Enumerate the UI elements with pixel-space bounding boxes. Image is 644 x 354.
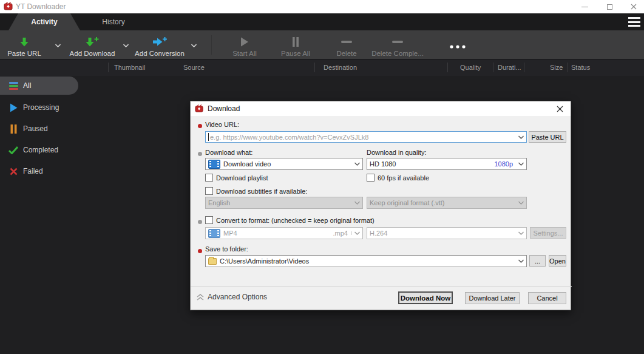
pause-all-button[interactable]: Pause All <box>271 33 320 57</box>
double-chevron-up-icon <box>197 294 204 301</box>
subtitle-language-select[interactable]: English <box>205 197 363 209</box>
add-conversion-button[interactable]: Add Conversion <box>135 33 185 57</box>
sidebar-item-processing[interactable]: Processing <box>0 98 59 117</box>
required-bullet <box>198 249 202 253</box>
sidebar-item-label: Processing <box>23 103 59 112</box>
paste-url-label: Paste URL <box>7 50 41 57</box>
sidebar-item-all[interactable]: All <box>0 77 78 95</box>
checkbox-icon <box>205 174 213 182</box>
optional-bullet <box>198 152 202 156</box>
settings-button[interactable]: Settings... <box>530 227 566 239</box>
app-title: YT Downloader <box>16 2 66 11</box>
download-quality-label: Download in quality: <box>367 149 426 156</box>
more-options-button[interactable] <box>443 33 472 57</box>
column-source[interactable]: Source <box>183 64 205 71</box>
convert-format-checkbox[interactable]: Convert to format: (unchecked = keep ori… <box>205 216 375 224</box>
chevron-down-icon <box>515 231 526 235</box>
subtitles-label: Download subtitles if available: <box>216 188 307 195</box>
delete-completed-button[interactable]: Delete Comple... <box>368 33 427 57</box>
tab-history-label: History <box>102 18 124 26</box>
checkbox-icon <box>367 174 375 182</box>
tab-activity[interactable]: Activity <box>8 13 80 30</box>
subtitle-format-value: Keep original format (.vtt) <box>370 199 515 206</box>
start-all-button[interactable]: Start All <box>220 33 269 57</box>
sidebar-item-paused[interactable]: Paused <box>0 120 48 138</box>
download-quality-select[interactable]: HD 1080 1080p <box>367 158 527 170</box>
paste-url-button[interactable]: Paste URL <box>2 33 46 57</box>
folder-icon <box>208 258 217 265</box>
column-destination[interactable]: Destination <box>324 64 357 71</box>
add-download-button[interactable]: Add Download <box>67 33 118 57</box>
delete-button[interactable]: Delete <box>322 33 371 57</box>
download-now-button[interactable]: Download Now <box>398 291 453 304</box>
checkbox-icon <box>205 216 213 224</box>
dialog-close-icon[interactable] <box>551 101 568 116</box>
tab-history[interactable]: History <box>80 13 147 30</box>
column-separator <box>447 63 448 72</box>
download-dialog: Download Video URL: e.g. https://www.you… <box>190 101 571 310</box>
maximize-icon[interactable] <box>599 0 620 13</box>
chevron-down-icon[interactable] <box>351 162 362 166</box>
chevron-down-icon <box>351 201 362 205</box>
advanced-options-toggle[interactable]: Advanced Options <box>197 293 267 301</box>
chevron-down-icon[interactable] <box>515 162 526 166</box>
filter-all-icon <box>8 82 19 90</box>
chevron-down-icon <box>515 201 526 205</box>
minus-icon <box>341 35 352 49</box>
column-separator <box>568 63 568 72</box>
open-folder-button[interactable]: Open <box>549 255 566 267</box>
convert-format-select[interactable]: MP4 .mp4 <box>205 227 363 239</box>
column-separator <box>108 63 109 72</box>
subtitles-checkbox[interactable]: Download subtitles if available: <box>205 187 307 195</box>
minimize-icon[interactable] <box>574 0 595 13</box>
download-what-value: Download video <box>223 160 351 168</box>
save-folder-select[interactable]: C:\Users\Administrator\Videos <box>205 255 527 267</box>
pause-icon <box>292 35 299 49</box>
checkbox-icon <box>205 187 213 195</box>
close-icon[interactable] <box>623 0 644 13</box>
column-quality[interactable]: Quality <box>460 64 481 71</box>
chevron-down-icon <box>351 231 362 235</box>
cancel-button[interactable]: Cancel <box>528 292 566 304</box>
dialog-title: Download <box>208 104 240 113</box>
column-duration[interactable]: Durati... <box>498 64 521 71</box>
sidebar-item-label: Paused <box>23 124 48 133</box>
browse-folder-button[interactable]: ... <box>529 255 546 267</box>
paste-url-dropdown-chevron-icon[interactable] <box>51 41 64 50</box>
app-tv-icon <box>4 2 13 13</box>
subtitle-format-select[interactable]: Keep original format (.vtt) <box>367 197 527 209</box>
save-folder-label: Save to folder: <box>205 245 248 253</box>
column-status[interactable]: Status <box>571 64 590 71</box>
dialog-titlebar: Download <box>191 101 571 116</box>
chevron-down-icon[interactable] <box>515 135 526 139</box>
sidebar-item-failed[interactable]: Failed <box>0 162 43 180</box>
codec-select[interactable]: H.264 <box>367 227 527 239</box>
save-folder-value: C:\Users\Administrator\Videos <box>220 257 515 265</box>
check-green-icon <box>8 146 19 154</box>
paste-url-dialog-button[interactable]: Paste URL <box>529 131 566 143</box>
sidebar-item-completed[interactable]: Completed <box>0 141 58 159</box>
column-thumbnail[interactable]: Thumbnail <box>114 64 145 71</box>
pause-orange-icon <box>8 124 19 134</box>
download-later-button[interactable]: Download Later <box>465 292 520 304</box>
download-playlist-checkbox[interactable]: Download playlist <box>205 174 268 182</box>
delete-label: Delete <box>336 50 356 57</box>
download-quality-value: HD 1080 <box>370 160 494 168</box>
green-down-arrow-plus-icon <box>85 35 100 49</box>
video-url-placeholder: e.g. https://www.youtube.com/watch?v=Cev… <box>208 134 515 141</box>
column-size[interactable]: Size <box>550 64 563 71</box>
delete-completed-label: Delete Comple... <box>371 50 424 57</box>
fps-checkbox[interactable]: 60 fps if available <box>367 174 429 182</box>
menu-hamburger-icon[interactable] <box>628 17 640 27</box>
chevron-down-icon[interactable] <box>515 259 526 263</box>
add-download-dropdown-chevron-icon[interactable] <box>119 41 132 50</box>
subtitle-language-value: English <box>208 199 351 206</box>
film-strip-icon <box>208 160 220 169</box>
column-separator <box>524 63 524 72</box>
tab-bar: Activity History <box>0 13 644 30</box>
quality-badge: 1080p <box>494 160 513 168</box>
video-url-input[interactable]: e.g. https://www.youtube.com/watch?v=Cev… <box>205 131 527 143</box>
download-what-select[interactable]: Download video <box>205 158 363 170</box>
ellipsis-icon <box>450 36 466 57</box>
add-conversion-dropdown-chevron-icon[interactable] <box>187 41 200 50</box>
